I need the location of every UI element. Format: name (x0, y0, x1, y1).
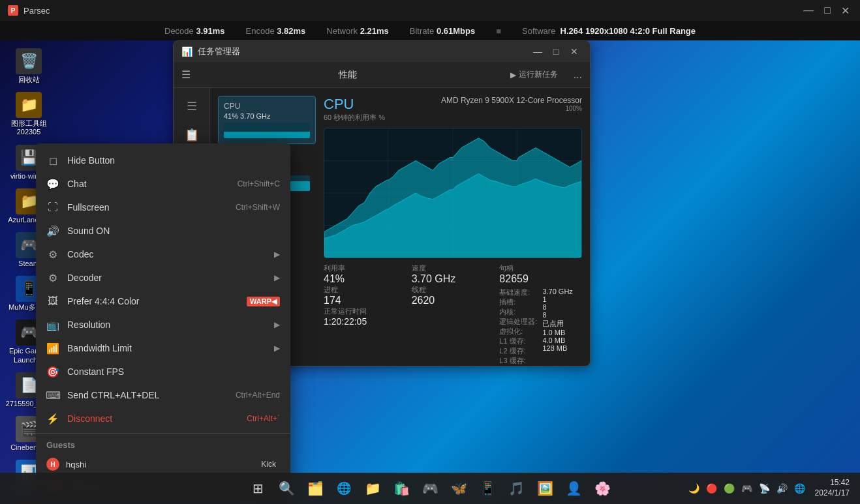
taskbar-edge-button[interactable]: 🌐 (331, 475, 357, 501)
menu-item-hide-button[interactable]: ◻ Hide Button (36, 149, 290, 172)
cpu-max-label: 100% (441, 105, 582, 112)
taskbar: ⊞ 🔍 🗂️ 🌐 📁 🛍️ 🎮 🦋 📱 🎵 🖼️ 👤 🌸 🌙 🔴 🟢 🎮 📡 🔊… (0, 473, 860, 504)
recycle-icon: 🗑️ (16, 48, 42, 74)
perf-cpu-label: CPU (224, 102, 310, 111)
cpu-subtitle: 60 秒钟的利用率 % (324, 113, 385, 123)
constant-fps-icon: 🎯 (46, 365, 59, 378)
perf-cpu-graph-fill (224, 132, 310, 138)
resolution-arrow-icon: ▶ (274, 320, 280, 329)
tm-sidebar-menu[interactable]: ☰ (179, 93, 205, 119)
menu-item-bandwidth[interactable]: 📶 Bandwidth Limit ▶ (36, 336, 290, 360)
menu-separator (36, 433, 290, 434)
tm-toolbar-title: 性能 (201, 69, 495, 81)
tray-wifi-icon[interactable]: 🌐 (792, 482, 807, 495)
tm-run-task-icon: ▶ (510, 70, 516, 80)
parsec-title: Parsec (23, 6, 50, 16)
guest-avatar-hqshi: H (46, 458, 59, 471)
clock-date: 2024/1/17 (815, 488, 850, 499)
taskbar-clock[interactable]: 15:42 2024/1/17 (810, 478, 855, 498)
kick-hqshi-button[interactable]: Kick (257, 458, 280, 470)
fullscreen-icon: ⛶ (46, 201, 59, 214)
bitrate-value: 0.61Mbps (437, 26, 475, 36)
tray-volume-icon[interactable]: 🔊 (775, 482, 790, 495)
decode-stat: Decode 3.91ms (164, 26, 225, 36)
codec-arrow-icon: ▶ (274, 250, 280, 259)
menu-item-prefer-444[interactable]: 🖼 Prefer 4:4:4 Color WARP◀ (36, 289, 290, 313)
guest-item-hqshi: H hqshi Kick (36, 454, 290, 475)
menu-item-constant-fps[interactable]: 🎯 Constant FPS (36, 360, 290, 383)
decode-value: 3.91ms (196, 26, 224, 36)
folder1-icon: 📁 (16, 92, 42, 118)
guests-section-label: Guests (36, 436, 290, 454)
resolution-icon: 📺 (46, 318, 59, 331)
menu-item-codec[interactable]: ⚙ Codec ▶ (36, 243, 290, 266)
taskbar-app1-button[interactable]: 🎮 (417, 475, 443, 501)
parsec-minimize-button[interactable]: — (801, 5, 816, 17)
software-stat: Software H.264 1920x1080 4:2:0 Full Rang… (522, 26, 696, 36)
chat-icon: 💬 (46, 177, 59, 190)
parsec-logo-icon: P (8, 5, 18, 16)
menu-item-resolution[interactable]: 📺 Resolution ▶ (36, 313, 290, 336)
taskbar-app4-button[interactable]: 🎵 (503, 475, 529, 501)
taskbar-app6-button[interactable]: 👤 (561, 475, 587, 501)
desktop-icon-folder1[interactable]: 📁 图形工具组 202305 (3, 89, 55, 139)
menu-item-decoder[interactable]: ⚙ Decoder ▶ (36, 266, 290, 289)
taskbar-explorer-button[interactable]: 📁 (360, 475, 386, 501)
decoder-arrow-icon: ▶ (274, 273, 280, 282)
cpu-graph-svg (324, 128, 581, 258)
tray-network-icon[interactable]: 📡 (757, 482, 772, 495)
network-stat: Network 2.21ms (326, 26, 388, 36)
taskbar-app7-button[interactable]: 🌸 (589, 475, 615, 501)
menu-item-send-cad[interactable]: ⌨ Send CTRL+ALT+DEL Ctrl+Alt+End (36, 383, 290, 407)
stat-speed: 速度 3.70 GHz 线程 2620 (412, 263, 495, 366)
cpu-model: AMD Ryzen 9 5900X 12-Core Processor (441, 96, 582, 105)
menu-item-disconnect[interactable]: ⚡ Disconnect Ctrl+Alt+` (36, 407, 290, 430)
start-button[interactable]: ⊞ (245, 475, 271, 501)
network-value: 2.21ms (360, 26, 389, 36)
stat-processes-label: 进程 (324, 285, 407, 295)
tm-maximize-button[interactable]: □ (548, 44, 564, 59)
bitrate-stat: Bitrate 0.61Mbps (410, 26, 475, 36)
hide-button-icon: ◻ (46, 154, 59, 167)
codec-icon: ⚙ (46, 248, 59, 261)
perf-cpu-mini-graph (224, 123, 310, 138)
bandwidth-arrow-icon: ▶ (274, 344, 280, 353)
taskbar-app2-button[interactable]: 🦋 (446, 475, 472, 501)
parsec-context-menu: ◻ Hide Button 💬 Chat Ctrl+Shift+C ⛶ Full… (36, 143, 290, 501)
tm-menu-icon[interactable]: ☰ (181, 68, 191, 81)
desktop-icon-recycle[interactable]: 🗑️ 回收站 (3, 46, 55, 87)
cpu-detail-panel: CPU 60 秒钟的利用率 % AMD Ryzen 9 5900X 12-Cor… (324, 96, 582, 358)
stats-separator: ■ (496, 26, 501, 36)
taskbar-store-button[interactable]: 🛍️ (388, 475, 414, 501)
taskbar-app5-button[interactable]: 🖼️ (532, 475, 558, 501)
parsec-maximize-button[interactable]: □ (822, 5, 833, 17)
parsec-close-button[interactable]: ✕ (838, 5, 852, 17)
tm-close-button[interactable]: ✕ (566, 44, 582, 59)
taskbar-app3-button[interactable]: 📱 (474, 475, 500, 501)
menu-item-chat[interactable]: 💬 Chat Ctrl+Shift+C (36, 172, 290, 196)
stats-bar: Decode 3.91ms Encode 3.82ms Network 2.21… (0, 21, 860, 40)
perf-cpu-item[interactable]: CPU 41% 3.70 GHz (218, 96, 316, 144)
tray-moon-icon[interactable]: 🌙 (686, 482, 701, 495)
taskview-button[interactable]: 🗂️ (302, 475, 328, 501)
taskmanager-titlebar: 📊 任务管理器 — □ ✕ (174, 41, 590, 62)
menu-item-sound[interactable]: 🔊 Sound ON (36, 219, 290, 243)
cpu-header: CPU 60 秒钟的利用率 % AMD Ryzen 9 5900X 12-Cor… (324, 96, 582, 125)
tm-run-task-button[interactable]: ▶ 运行新任务 (505, 67, 563, 83)
tray-red-icon[interactable]: 🔴 (704, 482, 719, 495)
tm-more-options-button[interactable]: ... (574, 69, 582, 81)
cpu-graph (324, 128, 582, 258)
clock-time: 15:42 (815, 478, 850, 488)
taskmanager-window-controls: — □ ✕ (530, 44, 582, 59)
menu-item-fullscreen[interactable]: ⛶ Fullscreen Ctrl+Shift+W (36, 196, 290, 219)
taskmanager-toolbar: ☰ 性能 ▶ 运行新任务 ... (174, 62, 590, 88)
parsec-titlebar: P Parsec — □ ✕ (0, 0, 860, 21)
taskmanager-title-icon: 📊 (181, 46, 192, 57)
tray-game-icon[interactable]: 🎮 (739, 482, 754, 495)
search-button[interactable]: 🔍 (273, 475, 299, 501)
tray-green-icon[interactable]: 🟢 (722, 482, 737, 495)
taskbar-tray: 🌙 🔴 🟢 🎮 📡 🔊 🌐 15:42 2024/1/17 (686, 478, 855, 498)
tm-minimize-button[interactable]: — (530, 44, 545, 59)
encode-value: 3.82ms (277, 26, 305, 36)
cpu-stats-grid: 利用率 41% 进程 174 正常运行时间 1:20:22:05 速度 3.70… (324, 263, 582, 366)
